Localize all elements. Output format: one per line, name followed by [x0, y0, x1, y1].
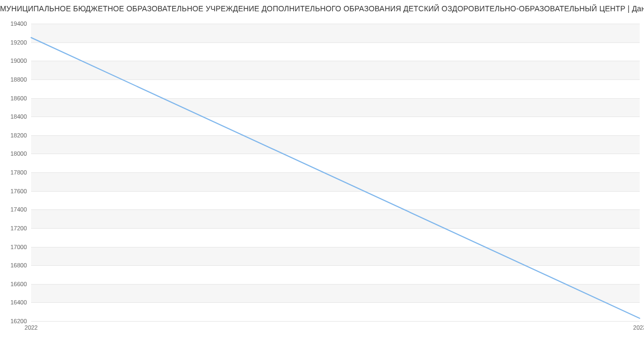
line-series: [31, 24, 640, 321]
y-tick-label: 18800: [0, 76, 27, 83]
y-tick-label: 18400: [0, 113, 27, 120]
y-tick-label: 16400: [0, 299, 27, 306]
y-tick-label: 19000: [0, 57, 27, 64]
plot-area: [31, 24, 640, 322]
x-tick-label: 2023: [633, 324, 644, 331]
y-tick-label: 17800: [0, 169, 27, 176]
y-tick-label: 16600: [0, 281, 27, 287]
y-tick-label: 19200: [0, 39, 27, 46]
chart-title: МУНИЦИПАЛЬНОЕ БЮДЖЕТНОЕ ОБРАЗОВАТЕЛЬНОЕ …: [0, 4, 644, 13]
y-tick-label: 17200: [0, 225, 27, 231]
y-tick-label: 18600: [0, 95, 27, 101]
y-tick-label: 17400: [0, 206, 27, 213]
series-line: [31, 38, 640, 318]
y-tick-label: 16800: [0, 262, 27, 268]
y-tick-label: 18000: [0, 150, 27, 157]
x-tick-label: 2022: [25, 324, 38, 331]
y-tick-label: 19400: [0, 20, 27, 27]
y-tick-label: 17000: [0, 244, 27, 250]
y-tick-label: 17600: [0, 188, 27, 194]
y-tick-label: 18200: [0, 132, 27, 139]
y-gridline: [31, 321, 640, 322]
y-tick-label: 16200: [0, 318, 27, 324]
chart-container: МУНИЦИПАЛЬНОЕ БЮДЖЕТНОЕ ОБРАЗОВАТЕЛЬНОЕ …: [0, 0, 644, 349]
